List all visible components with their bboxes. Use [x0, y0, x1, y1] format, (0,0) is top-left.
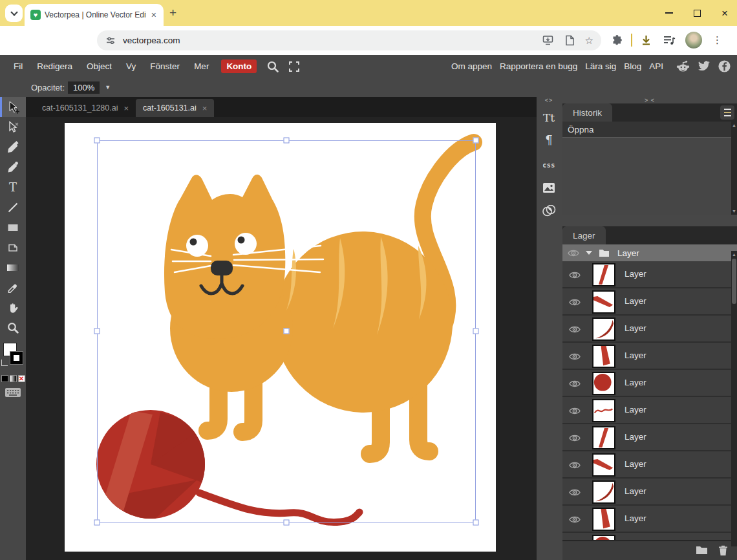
gradient-tool-button[interactable] — [0, 257, 26, 277]
media-controls-icon[interactable] — [663, 34, 676, 46]
panel-menu-icon[interactable] — [720, 105, 734, 120]
move-tool-button[interactable] — [0, 97, 26, 117]
search-icon[interactable] — [266, 60, 279, 73]
help-menu-item-om-appen[interactable]: Om appen — [447, 61, 496, 71]
visibility-eye-icon[interactable] — [568, 249, 579, 257]
site-info-icon[interactable] — [105, 35, 116, 47]
konto-button[interactable]: Konto — [221, 59, 257, 73]
menu-item-object[interactable]: Object — [80, 61, 119, 71]
opacity-dropdown-caret[interactable]: ▼ — [105, 84, 111, 91]
layer-row[interactable]: Layer — [562, 288, 737, 316]
keyboard-shortcuts-icon[interactable] — [5, 387, 21, 398]
layer-row[interactable]: Layer — [562, 343, 737, 370]
layer-row[interactable]: Layer — [562, 451, 737, 479]
layer-thumbnail-diagonal[interactable] — [592, 508, 615, 531]
visibility-eye-icon[interactable] — [569, 271, 581, 279]
layer-thumbnail-wedge[interactable] — [592, 453, 615, 477]
selection-handle-nw[interactable] — [94, 138, 100, 144]
facebook-icon[interactable] — [718, 60, 731, 72]
layer-thumbnail-stripe[interactable] — [592, 263, 615, 286]
selection-handle-center[interactable] — [284, 328, 290, 334]
selection-handle-sw[interactable] — [94, 520, 100, 526]
visibility-eye-icon[interactable] — [569, 380, 581, 388]
tab-close-icon[interactable]: × — [150, 10, 158, 20]
selection-handle-w[interactable] — [94, 328, 100, 334]
tab-search-chevron-button[interactable] — [5, 5, 23, 22]
visibility-eye-icon[interactable] — [569, 488, 581, 497]
frame-tool-button[interactable] — [0, 237, 26, 257]
canvas-area[interactable] — [26, 117, 537, 560]
direct-select-tool-button[interactable] — [0, 117, 26, 137]
layer-thumbnail-crescent[interactable] — [592, 480, 615, 504]
visibility-eye-icon[interactable] — [569, 434, 581, 442]
zoom-tool-button[interactable] — [0, 318, 26, 338]
swap-colors-icon[interactable] — [1, 360, 8, 366]
layer-thumbnail-wedge[interactable] — [592, 290, 615, 314]
profile-avatar[interactable] — [685, 32, 702, 48]
visibility-eye-icon[interactable] — [569, 407, 581, 415]
gradient-color-button[interactable] — [10, 375, 17, 382]
document-tab-close-icon[interactable]: × — [123, 103, 129, 113]
visibility-eye-icon[interactable] — [569, 325, 581, 334]
visibility-eye-icon[interactable] — [569, 352, 581, 361]
menu-item-fil[interactable]: Fil — [6, 61, 30, 71]
layer-row[interactable]: Layer — [562, 479, 737, 506]
bookmark-star-icon[interactable]: ☆ — [585, 35, 593, 47]
no-color-button[interactable]: ✕ — [18, 375, 25, 382]
menu-item-redigera[interactable]: Redigera — [30, 61, 80, 71]
pathfinder-panel-button[interactable] — [538, 199, 560, 222]
history-scrollbar[interactable]: ▲ ▼ — [731, 122, 737, 215]
menu-item-vy[interactable]: Vy — [119, 61, 143, 71]
eyedropper-tool-button[interactable] — [0, 277, 26, 297]
selection-handle-ne[interactable] — [473, 138, 479, 144]
help-menu-item-rapportera-en-bugg[interactable]: Rapportera en bugg — [496, 61, 581, 71]
window-minimize-button[interactable] — [665, 12, 673, 14]
selection-handle-e[interactable] — [473, 328, 479, 334]
menu-item-fönster[interactable]: Fönster — [143, 61, 187, 71]
layer-row[interactable]: Layer — [562, 424, 737, 451]
curvature-pen-tool-button[interactable] — [0, 157, 26, 177]
new-tab-button[interactable]: + — [169, 6, 176, 20]
layer-thumbnail-squiggle[interactable] — [592, 399, 615, 422]
paragraph-panel-button[interactable]: ¶ — [538, 129, 560, 151]
layer-group-row[interactable]: Layer — [562, 244, 737, 261]
layer-row[interactable]: Layer — [562, 506, 737, 533]
download-icon[interactable] — [640, 34, 652, 47]
twitter-icon[interactable] — [698, 61, 710, 72]
line-tool-button[interactable] — [0, 197, 26, 217]
layer-row[interactable]: Layer — [562, 316, 737, 343]
visibility-eye-icon[interactable] — [569, 461, 581, 469]
scroll-up-icon[interactable]: ▲ — [731, 123, 737, 127]
selection-handle-se[interactable] — [473, 520, 479, 526]
help-menu-item-lära-sig[interactable]: Lära sig — [581, 61, 620, 71]
scroll-up-icon[interactable]: ▲ — [731, 252, 737, 257]
fullscreen-icon[interactable] — [288, 61, 300, 72]
layer-thumbnail-diagonal[interactable] — [592, 345, 615, 368]
type-tool-button[interactable]: T — [0, 177, 26, 197]
visibility-eye-icon[interactable] — [569, 515, 581, 524]
selection-handle-n[interactable] — [284, 138, 290, 144]
reading-mode-icon[interactable] — [565, 35, 575, 46]
tab-historik[interactable]: Historik — [562, 103, 612, 122]
extensions-puzzle-icon[interactable] — [611, 34, 623, 47]
scrollbar-thumb[interactable] — [732, 259, 736, 304]
reddit-icon[interactable] — [676, 60, 690, 72]
menu-item-mer[interactable]: Mer — [187, 61, 216, 71]
layer-row[interactable]: Layer — [562, 261, 737, 288]
layer-row[interactable]: Layer — [562, 533, 737, 540]
window-close-button[interactable]: × — [721, 8, 728, 19]
scroll-down-icon[interactable]: ▼ — [731, 209, 737, 213]
collapse-strip-control[interactable]: <> — [538, 97, 560, 103]
visibility-eye-icon[interactable] — [569, 298, 581, 307]
layer-row[interactable]: Layer — [562, 370, 737, 397]
url-bar[interactable]: vectorpea.com ☆ — [97, 30, 601, 50]
character-panel-button[interactable]: Tt — [538, 106, 560, 129]
artboard[interactable] — [65, 123, 496, 552]
pen-tool-button[interactable] — [0, 137, 26, 157]
rectangle-tool-button[interactable] — [0, 217, 26, 237]
history-entry-oppna[interactable]: Öppna — [562, 122, 731, 138]
document-tab-active[interactable]: cat-1605131.ai × — [136, 99, 214, 117]
layer-thumbnail-circle[interactable] — [592, 372, 615, 395]
url-text[interactable]: vectorpea.com — [123, 36, 542, 45]
new-folder-icon[interactable] — [696, 545, 708, 556]
